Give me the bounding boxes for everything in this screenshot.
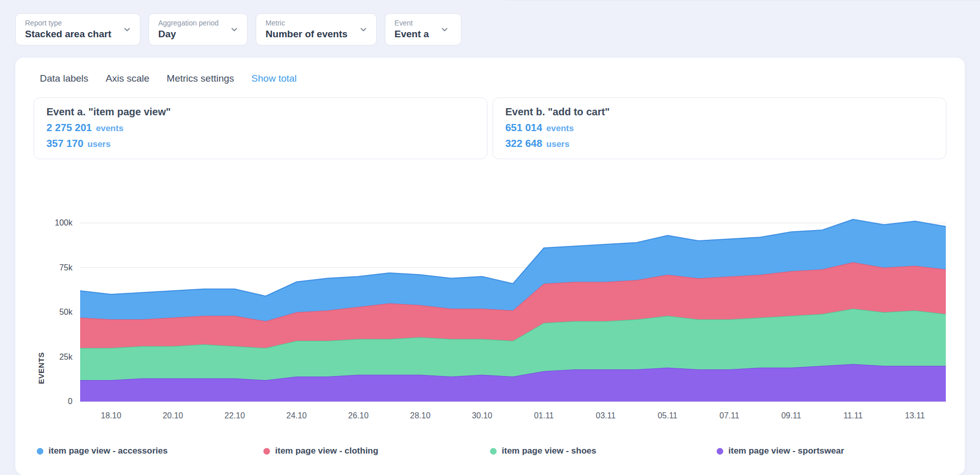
legend-dot [717, 448, 723, 455]
stat-card-event-b: Event b. "add to cart" 651 014 events 32… [493, 97, 946, 159]
chevron-down-icon [359, 25, 368, 34]
y-tick-label: 100k [55, 218, 72, 228]
stats-row: Event a. "item page view" 2 275 201 even… [34, 97, 946, 159]
plot-area [80, 211, 946, 403]
x-tick-label: 28.10 [410, 411, 430, 420]
y-tick-label: 75k [59, 263, 72, 272]
legend-item-accessories[interactable]: item page view - accessories [37, 446, 263, 456]
stat-title: Event b. "add to cart" [505, 106, 934, 118]
dropdown-text: Metric Number of events [265, 19, 347, 40]
tab-data-labels[interactable]: Data labels [40, 73, 88, 84]
chevron-down-icon [440, 25, 449, 34]
filters-bar: Report type Stacked area chart Aggregati… [0, 0, 980, 58]
dropdown-text: Event Event a [395, 19, 429, 40]
events-unit-label: events [546, 123, 574, 134]
legend-dot [37, 448, 43, 455]
report-card: Data labels Axis scale Metrics settings … [15, 58, 965, 475]
users-unit-label: users [87, 139, 110, 149]
x-axis-labels: 18.1020.1022.1024.1026.1028.1030.1001.11… [80, 403, 946, 429]
x-tick-label: 30.10 [472, 411, 492, 420]
legend-label: item page view - sportswear [728, 446, 844, 456]
x-tick-label: 22.10 [225, 411, 245, 420]
report-toolbar: Data labels Axis scale Metrics settings … [34, 73, 946, 84]
x-tick-label: 09.11 [781, 411, 801, 420]
dropdown-value: Stacked area chart [25, 29, 111, 40]
legend-label: item page view - clothing [275, 446, 378, 456]
x-tick-label: 20.10 [163, 411, 183, 420]
y-tick-label: 25k [59, 353, 72, 362]
dropdown-label: Report type [25, 19, 111, 27]
users-unit-label: users [546, 139, 569, 149]
stat-card-event-a: Event a. "item page view" 2 275 201 even… [34, 97, 487, 159]
tab-axis-scale[interactable]: Axis scale [106, 73, 150, 84]
legend-item-shoes[interactable]: item page view - shoes [490, 446, 717, 456]
chart-canvas[interactable] [80, 211, 946, 403]
stat-events-line: 2 275 201 events [46, 122, 475, 134]
y-tick-label: 50k [59, 308, 72, 317]
metric-dropdown[interactable]: Metric Number of events [256, 13, 376, 45]
tab-show-total[interactable]: Show total [252, 73, 297, 84]
stat-users-line: 357 170 users [46, 138, 475, 149]
legend-dot [490, 448, 497, 455]
legend-dot [263, 448, 270, 455]
chart-legend: item page view - accessoriesitem page vi… [34, 446, 946, 456]
stat-events-line: 651 014 events [505, 122, 934, 134]
dropdown-value: Number of events [265, 29, 347, 40]
top-divider [505, 0, 980, 1]
events-count: 651 014 [505, 122, 542, 134]
dropdown-value: Event a [395, 29, 429, 40]
dropdown-value: Day [158, 29, 218, 40]
chevron-down-icon [122, 25, 132, 34]
tab-metrics-settings[interactable]: Metrics settings [167, 73, 234, 84]
y-axis-title-cell: EVENTS [34, 211, 48, 403]
y-tick-label: 0 [68, 397, 72, 406]
x-tick-label: 03.11 [596, 411, 616, 420]
stacked-area-chart: EVENTS 025k50k75k100k 18.1020.1022.1024.… [34, 211, 946, 429]
x-tick-label: 05.11 [657, 411, 677, 420]
plot-grid: EVENTS 025k50k75k100k 18.1020.1022.1024.… [34, 211, 946, 429]
users-count: 357 170 [46, 138, 83, 149]
dropdown-label: Metric [265, 19, 347, 27]
dropdown-label: Event [395, 19, 429, 27]
x-tick-label: 26.10 [348, 411, 369, 420]
legend-item-sportswear[interactable]: item page view - sportswear [717, 446, 943, 456]
dropdown-text: Report type Stacked area chart [25, 19, 111, 40]
legend-label: item page view - shoes [502, 446, 596, 456]
x-tick-label: 01.11 [534, 411, 554, 420]
users-count: 322 648 [505, 138, 542, 149]
legend-item-clothing[interactable]: item page view - clothing [263, 446, 490, 456]
x-tick-label: 18.10 [101, 411, 121, 420]
report-type-dropdown[interactable]: Report type Stacked area chart [15, 13, 140, 45]
chevron-down-icon [230, 25, 239, 34]
x-tick-label: 11.11 [843, 411, 863, 420]
dropdown-label: Aggregation period [158, 19, 218, 27]
events-count: 2 275 201 [46, 122, 92, 134]
events-unit-label: events [96, 123, 124, 134]
dropdown-text: Aggregation period Day [158, 19, 218, 40]
legend-label: item page view - accessories [48, 446, 167, 456]
event-dropdown[interactable]: Event Event a [385, 13, 461, 45]
x-tick-label: 13.11 [905, 411, 925, 420]
x-tick-label: 24.10 [286, 411, 307, 420]
aggregation-period-dropdown[interactable]: Aggregation period Day [149, 13, 248, 45]
stat-users-line: 322 648 users [505, 138, 934, 149]
stat-title: Event a. "item page view" [46, 106, 475, 118]
y-axis-title: EVENTS [37, 352, 45, 384]
x-tick-label: 07.11 [720, 411, 740, 420]
y-axis-labels: 025k50k75k100k [48, 211, 80, 403]
